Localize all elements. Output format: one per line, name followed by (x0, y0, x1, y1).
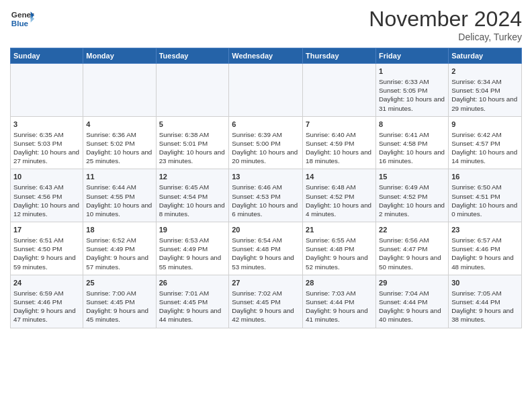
day-info: Sunrise: 6:38 AMSunset: 5:01 PMDaylight:… (159, 130, 226, 166)
day-info: Sunrise: 6:39 AMSunset: 5:00 PMDaylight:… (232, 130, 300, 166)
day-number: 26 (159, 278, 226, 288)
calendar-cell: 21Sunrise: 6:55 AMSunset: 4:48 PMDayligh… (303, 222, 376, 275)
day-number: 21 (306, 225, 373, 235)
day-number: 19 (159, 225, 226, 235)
day-info: Sunrise: 6:36 AMSunset: 5:02 PMDaylight:… (86, 130, 152, 166)
calendar-cell: 5Sunrise: 6:38 AMSunset: 5:01 PMDaylight… (156, 116, 229, 169)
calendar-week-4: 17Sunrise: 6:51 AMSunset: 4:50 PMDayligh… (11, 222, 522, 275)
day-number: 22 (379, 225, 445, 235)
day-info: Sunrise: 6:46 AMSunset: 4:53 PMDaylight:… (232, 183, 300, 218)
calendar-cell: 29Sunrise: 7:04 AMSunset: 4:44 PMDayligh… (376, 275, 449, 328)
day-number: 5 (159, 120, 226, 130)
calendar-cell: 4Sunrise: 6:36 AMSunset: 5:02 PMDaylight… (83, 116, 156, 169)
day-number: 13 (232, 172, 300, 182)
calendar-cell: 14Sunrise: 6:48 AMSunset: 4:52 PMDayligh… (303, 169, 376, 222)
day-number: 14 (306, 172, 373, 182)
day-number: 1 (379, 66, 445, 77)
header: General Blue November 2024 Delicay, Turk… (10, 7, 522, 42)
day-info: Sunrise: 6:44 AMSunset: 4:55 PMDaylight:… (86, 183, 152, 218)
day-number: 30 (451, 278, 519, 288)
day-number: 17 (13, 225, 80, 235)
day-number: 24 (13, 278, 80, 288)
calendar-week-1: 1Sunrise: 6:33 AMSunset: 5:05 PMDaylight… (11, 64, 522, 117)
weekday-thursday: Thursday (303, 48, 376, 64)
calendar-cell: 18Sunrise: 6:52 AMSunset: 4:49 PMDayligh… (83, 222, 156, 275)
subtitle: Delicay, Turkey (369, 32, 522, 42)
weekday-saturday: Saturday (449, 48, 522, 64)
day-number: 18 (86, 225, 152, 235)
day-number: 28 (306, 278, 373, 288)
day-number: 11 (86, 172, 152, 182)
calendar-cell: 27Sunrise: 7:02 AMSunset: 4:45 PMDayligh… (229, 275, 303, 328)
calendar-cell (11, 64, 83, 117)
day-number: 12 (159, 172, 226, 182)
day-info: Sunrise: 6:41 AMSunset: 4:58 PMDaylight:… (379, 130, 445, 166)
calendar-cell: 2Sunrise: 6:34 AMSunset: 5:04 PMDaylight… (449, 64, 522, 117)
day-number: 27 (232, 278, 300, 288)
day-info: Sunrise: 7:04 AMSunset: 4:44 PMDaylight:… (379, 289, 445, 324)
calendar-week-5: 24Sunrise: 6:59 AMSunset: 4:46 PMDayligh… (11, 275, 522, 328)
day-number: 20 (232, 225, 300, 235)
calendar-week-2: 3Sunrise: 6:35 AMSunset: 5:03 PMDaylight… (11, 116, 522, 169)
day-number: 7 (306, 120, 373, 130)
day-info: Sunrise: 6:34 AMSunset: 5:04 PMDaylight:… (451, 77, 519, 113)
weekday-tuesday: Tuesday (156, 48, 229, 64)
day-info: Sunrise: 6:40 AMSunset: 4:59 PMDaylight:… (306, 130, 373, 166)
day-info: Sunrise: 6:53 AMSunset: 4:49 PMDaylight:… (159, 236, 226, 271)
calendar-cell: 3Sunrise: 6:35 AMSunset: 5:03 PMDaylight… (11, 116, 83, 169)
calendar-cell: 1Sunrise: 6:33 AMSunset: 5:05 PMDaylight… (376, 64, 449, 117)
day-info: Sunrise: 6:43 AMSunset: 4:56 PMDaylight:… (13, 183, 80, 218)
day-number: 29 (379, 278, 445, 288)
day-info: Sunrise: 6:45 AMSunset: 4:54 PMDaylight:… (159, 183, 226, 218)
day-number: 6 (232, 120, 300, 130)
day-number: 4 (86, 120, 152, 130)
title-block: November 2024 Delicay, Turkey (369, 7, 522, 42)
calendar-cell: 12Sunrise: 6:45 AMSunset: 4:54 PMDayligh… (156, 169, 229, 222)
page: General Blue November 2024 Delicay, Turk… (0, 0, 532, 338)
day-number: 16 (451, 172, 519, 182)
calendar-cell: 20Sunrise: 6:54 AMSunset: 4:48 PMDayligh… (229, 222, 303, 275)
weekday-wednesday: Wednesday (229, 48, 303, 64)
day-info: Sunrise: 7:05 AMSunset: 4:44 PMDaylight:… (451, 289, 519, 324)
calendar-week-3: 10Sunrise: 6:43 AMSunset: 4:56 PMDayligh… (11, 169, 522, 222)
day-info: Sunrise: 7:01 AMSunset: 4:45 PMDaylight:… (159, 289, 226, 324)
day-info: Sunrise: 6:35 AMSunset: 5:03 PMDaylight:… (13, 130, 80, 166)
calendar-cell (303, 64, 376, 117)
calendar-cell: 10Sunrise: 6:43 AMSunset: 4:56 PMDayligh… (11, 169, 83, 222)
calendar-cell (229, 64, 303, 117)
day-number: 25 (86, 278, 152, 288)
calendar-cell: 24Sunrise: 6:59 AMSunset: 4:46 PMDayligh… (11, 275, 83, 328)
calendar-cell: 22Sunrise: 6:56 AMSunset: 4:47 PMDayligh… (376, 222, 449, 275)
day-number: 15 (379, 172, 445, 182)
day-number: 10 (13, 172, 80, 182)
weekday-monday: Monday (83, 48, 156, 64)
calendar-cell: 25Sunrise: 7:00 AMSunset: 4:45 PMDayligh… (83, 275, 156, 328)
calendar-cell: 7Sunrise: 6:40 AMSunset: 4:59 PMDaylight… (303, 116, 376, 169)
month-title: November 2024 (369, 7, 522, 32)
calendar-cell: 9Sunrise: 6:42 AMSunset: 4:57 PMDaylight… (449, 116, 522, 169)
weekday-header-row: SundayMondayTuesdayWednesdayThursdayFrid… (11, 48, 522, 64)
day-info: Sunrise: 6:50 AMSunset: 4:51 PMDaylight:… (451, 183, 519, 218)
day-info: Sunrise: 6:51 AMSunset: 4:50 PMDaylight:… (13, 236, 80, 271)
calendar-table: SundayMondayTuesdayWednesdayThursdayFrid… (10, 48, 522, 328)
logo: General Blue (10, 7, 34, 31)
day-number: 9 (451, 120, 519, 130)
day-info: Sunrise: 6:49 AMSunset: 4:52 PMDaylight:… (379, 183, 445, 218)
calendar-cell (83, 64, 156, 117)
logo-icon: General Blue (10, 7, 34, 31)
day-number: 3 (13, 120, 80, 130)
calendar-cell: 17Sunrise: 6:51 AMSunset: 4:50 PMDayligh… (11, 222, 83, 275)
day-info: Sunrise: 6:55 AMSunset: 4:48 PMDaylight:… (306, 236, 373, 271)
calendar-cell: 8Sunrise: 6:41 AMSunset: 4:58 PMDaylight… (376, 116, 449, 169)
calendar-cell: 28Sunrise: 7:03 AMSunset: 4:44 PMDayligh… (303, 275, 376, 328)
day-number: 2 (451, 66, 519, 77)
day-info: Sunrise: 7:00 AMSunset: 4:45 PMDaylight:… (86, 289, 152, 324)
weekday-sunday: Sunday (11, 48, 83, 64)
calendar-cell: 23Sunrise: 6:57 AMSunset: 4:46 PMDayligh… (449, 222, 522, 275)
day-info: Sunrise: 6:33 AMSunset: 5:05 PMDaylight:… (379, 77, 445, 113)
day-info: Sunrise: 6:48 AMSunset: 4:52 PMDaylight:… (306, 183, 373, 218)
day-info: Sunrise: 6:56 AMSunset: 4:47 PMDaylight:… (379, 236, 445, 271)
calendar-cell: 6Sunrise: 6:39 AMSunset: 5:00 PMDaylight… (229, 116, 303, 169)
calendar-cell: 13Sunrise: 6:46 AMSunset: 4:53 PMDayligh… (229, 169, 303, 222)
weekday-friday: Friday (376, 48, 449, 64)
